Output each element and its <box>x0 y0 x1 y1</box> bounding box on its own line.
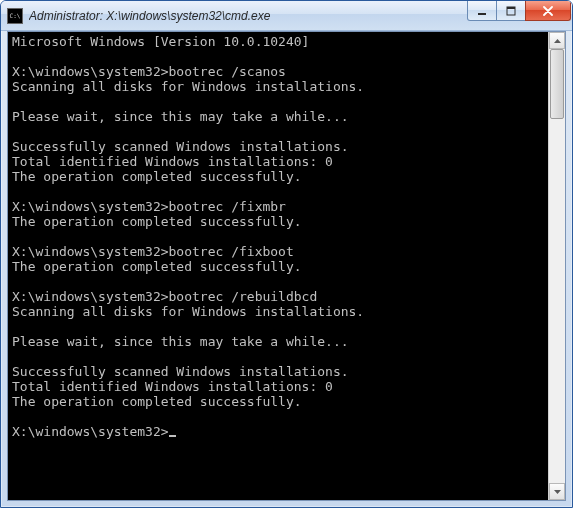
terminal-line: X:\windows\system32>bootrec /fixmbr <box>12 199 546 214</box>
scroll-track[interactable] <box>549 49 565 483</box>
terminal-line: Scanning all disks for Windows installat… <box>12 304 546 319</box>
terminal-line: X:\windows\system32>bootrec /rebuildbcd <box>12 289 546 304</box>
terminal-line: The operation completed successfully. <box>12 394 546 409</box>
terminal-line: The operation completed successfully. <box>12 214 546 229</box>
terminal-line: Microsoft Windows [Version 10.0.10240] <box>12 34 546 49</box>
terminal-line <box>12 274 546 289</box>
titlebar[interactable]: Administrator: X:\windows\system32\cmd.e… <box>1 1 572 31</box>
terminal-line: Total identified Windows installations: … <box>12 154 546 169</box>
terminal-line: Scanning all disks for Windows installat… <box>12 79 546 94</box>
scroll-thumb[interactable] <box>550 49 564 119</box>
window-title: Administrator: X:\windows\system32\cmd.e… <box>29 9 468 23</box>
minimize-button[interactable] <box>467 1 497 21</box>
terminal-line <box>12 229 546 244</box>
terminal-line <box>12 124 546 139</box>
terminal-output[interactable]: Microsoft Windows [Version 10.0.10240]X:… <box>8 32 548 500</box>
terminal-prompt: X:\windows\system32> <box>12 424 169 439</box>
terminal-line <box>12 349 546 364</box>
svg-rect-2 <box>507 7 515 9</box>
terminal-line <box>12 409 546 424</box>
window-controls <box>468 1 571 21</box>
vertical-scrollbar[interactable] <box>548 32 565 500</box>
scroll-up-button[interactable] <box>549 32 565 49</box>
scroll-down-button[interactable] <box>549 483 565 500</box>
terminal-line: Total identified Windows installations: … <box>12 379 546 394</box>
terminal-line: X:\windows\system32>bootrec /scanos <box>12 64 546 79</box>
terminal-line <box>12 319 546 334</box>
terminal-line: Please wait, since this may take a while… <box>12 334 546 349</box>
svg-rect-0 <box>478 13 486 15</box>
close-button[interactable] <box>525 1 571 21</box>
terminal-line <box>12 49 546 64</box>
client-area: Microsoft Windows [Version 10.0.10240]X:… <box>7 31 566 501</box>
terminal-line: The operation completed successfully. <box>12 259 546 274</box>
terminal-prompt-line[interactable]: X:\windows\system32> <box>12 424 546 439</box>
terminal-line: X:\windows\system32>bootrec /fixboot <box>12 244 546 259</box>
terminal-line: Successfully scanned Windows installatio… <box>12 139 546 154</box>
terminal-line: The operation completed successfully. <box>12 169 546 184</box>
maximize-button[interactable] <box>496 1 526 21</box>
terminal-line: Successfully scanned Windows installatio… <box>12 364 546 379</box>
cmd-window: Administrator: X:\windows\system32\cmd.e… <box>0 0 573 508</box>
terminal-line: Please wait, since this may take a while… <box>12 109 546 124</box>
terminal-line <box>12 94 546 109</box>
cursor <box>169 435 176 437</box>
cmd-icon <box>7 8 23 24</box>
terminal-line <box>12 184 546 199</box>
